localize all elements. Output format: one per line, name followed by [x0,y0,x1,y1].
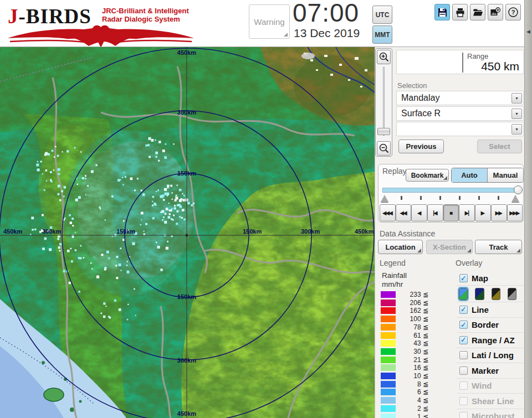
legend-row: 1 ≦ [381,414,431,418]
playback-forward-fast-button[interactable]: ▶▶▶ [507,204,523,221]
open-file-button[interactable] [470,4,485,20]
legend-label: Legend [380,259,406,267]
range-value: 450 km [481,60,519,73]
chevron-down-icon[interactable]: ▼ [511,93,522,104]
legend-swatch [381,397,396,404]
select-button[interactable]: Select [477,140,522,153]
zoom-slider-track[interactable] [383,67,385,136]
playback-stop-button[interactable]: ■ [443,204,459,221]
range-box: Range 450 km [396,50,524,74]
slider-start-marker[interactable] [381,195,388,202]
legend-row: 206 ≦ [381,300,431,307]
product-dropdown[interactable]: Surface R ▼ [396,106,524,121]
replay-group: Replay Bookmark Auto Manual ◀◀◀◀◀◀|◀■▶|▶… [378,164,524,223]
legend-value: 4 ≦ [397,396,428,404]
zoom-in-button[interactable] [377,50,391,64]
save-icon [437,7,448,18]
zoom-slider-handle[interactable] [377,128,390,135]
control-panel: Myanmar DMH Range 450 km Selection Manda… [375,0,524,418]
bookmark-button[interactable]: Bookmark [406,169,449,182]
zoom-out-icon [378,143,390,154]
radar-map-canvas: 450km 300km 150km 150km 300km 450km 450k… [0,47,375,418]
open-folder-icon [472,7,483,18]
lati-long-checkbox[interactable] [459,351,468,359]
chevron-down-icon[interactable]: ▼ [511,109,522,119]
elevation-dropdown[interactable]: ▼ [396,122,524,136]
border-checkbox[interactable]: ✓ [459,321,468,329]
playback-rewind-fast-button[interactable]: ◀◀◀ [380,204,396,221]
slider-tick [478,196,480,200]
playback-forward-button[interactable]: ▶▶ [491,204,507,221]
location-button[interactable]: Location [378,240,423,254]
slider-end-marker[interactable] [511,195,519,202]
overlay-item-map[interactable]: ✓Map [457,271,524,286]
map-style-swatch-4[interactable] [508,288,516,300]
auto-mode-button[interactable]: Auto [452,168,487,182]
overlay-item-lati-long[interactable]: Lati / Long [457,348,524,364]
overlay-item-wind: Wind [457,379,524,394]
help-button[interactable]: ? [505,4,521,20]
legend-value: 206 ≦ [397,299,428,307]
legend-unit-line1: Rainfall [382,271,407,280]
svg-text:450km: 450km [355,228,374,235]
utc-button[interactable]: UTC [372,6,392,24]
warning-button[interactable]: Warning [249,4,290,39]
x-section-button[interactable]: X-Section [426,240,473,254]
legend-value: 8 ≦ [397,380,428,388]
range-az-checkbox[interactable]: ✓ [459,336,468,344]
playback-skip-end-button[interactable]: ▶| [459,204,475,221]
playback-skip-start-button[interactable]: |◀ [427,204,443,221]
mmt-button[interactable]: MMT [372,25,392,44]
legend-swatch [381,364,396,371]
map-style-swatch-1[interactable] [459,288,468,300]
overlay-item-line[interactable]: ✓Line [457,302,524,318]
svg-text:300km: 300km [42,228,61,235]
station-dropdown[interactable]: Mandalay ▼ [396,91,524,105]
manual-mode-button[interactable]: Manual [487,168,523,182]
track-button[interactable]: Track [475,240,522,254]
panel-collapse-strip[interactable]: ◀ [524,0,532,418]
map-style-swatch-3[interactable] [492,288,500,300]
previous-button[interactable]: Previous [398,140,444,153]
svg-text:300km: 300km [177,109,196,116]
overlay-item-marker[interactable]: Marker [457,363,524,379]
overlay-item-border[interactable]: ✓Border [457,318,524,333]
svg-text:150km: 150km [177,170,196,177]
lati-long-label: Lati / Long [472,350,514,360]
map-style-swatch-2[interactable] [475,288,484,300]
legend-row: 4 ≦ [381,397,431,404]
snapshot-button[interactable] [488,4,503,20]
selection-label: Selection [397,81,427,90]
app-subtitle: JRC-Brilliant & Intelligent Radar Dialog… [102,7,189,23]
header: J-BIRDS JRC-Brilliant & Intelligent Rada… [0,0,524,47]
overlay-item-range-az[interactable]: ✓Range / AZ [457,333,524,348]
collapse-arrow-icon: ◀ [526,29,530,34]
legend-value: 100 ≦ [397,315,428,323]
replay-slider-handle[interactable] [514,185,523,194]
border-label: Border [472,320,499,329]
save-button[interactable] [434,4,450,20]
print-button[interactable] [452,4,468,20]
chevron-down-icon[interactable]: ▼ [511,124,522,135]
wind-label: Wind [472,381,492,390]
map-checkbox[interactable]: ✓ [459,274,468,282]
print-icon [455,7,466,18]
zoom-in-icon [378,51,390,63]
playback-rewind-button[interactable]: ◀◀ [396,204,412,221]
legend-value: 2 ≦ [397,405,428,412]
clock-time: 07:00 [293,0,359,28]
microburst-checkbox [459,412,468,418]
legend-value: 6 ≦ [397,388,428,396]
marker-checkbox[interactable] [459,367,468,375]
radar-map[interactable]: 450km 300km 150km 150km 300km 450km 450k… [0,47,375,418]
line-checkbox[interactable]: ✓ [459,306,468,314]
help-icon: ? [508,7,519,18]
replay-slider-track[interactable] [382,188,519,193]
legend-swatch [381,389,396,395]
svg-text:?: ? [511,9,515,16]
playback-back-button[interactable]: ◀ [411,204,427,221]
overlay-options: ✓Map✓Line✓Border✓Range / AZLati / LongMa… [457,271,524,418]
zoom-out-button[interactable] [377,141,391,156]
playback-play-button[interactable]: ▶ [475,204,491,221]
svg-text:150km: 150km [177,293,196,300]
